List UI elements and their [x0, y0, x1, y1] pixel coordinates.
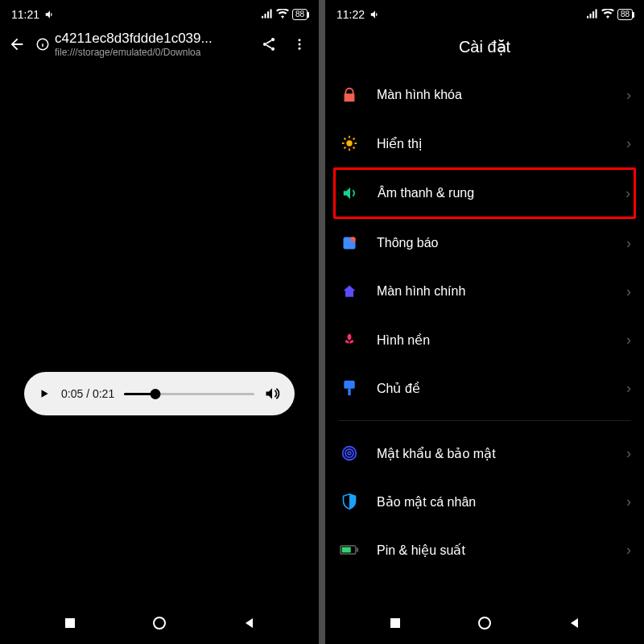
settings-item-label: Âm thanh & rung — [378, 186, 625, 200]
chevron-right-icon: › — [626, 135, 631, 152]
settings-screen: 11:22 88 Cài đặt Màn hình khóa › — [325, 0, 644, 644]
settings-item-home[interactable]: Màn hình chính › — [338, 267, 631, 316]
settings-title: Cài đặt — [325, 24, 644, 71]
svg-line-25 — [353, 147, 355, 149]
page-title: c4211ec8d3fddde1c039... — [55, 31, 250, 47]
home-icon — [338, 280, 361, 303]
seek-slider[interactable] — [124, 393, 254, 395]
svg-point-39 — [479, 617, 490, 629]
svg-point-7 — [271, 38, 275, 41]
back-nav-button[interactable] — [555, 612, 595, 634]
sun-icon — [338, 132, 361, 155]
settings-item-sound[interactable]: Âm thanh & rung › — [333, 167, 636, 219]
share-button[interactable] — [258, 33, 280, 56]
settings-item-themes[interactable]: Chủ đề › — [338, 364, 631, 412]
settings-item-privacy[interactable]: Bảo mật cá nhân › — [338, 477, 631, 526]
svg-rect-36 — [357, 547, 359, 551]
android-nav-bar — [325, 602, 644, 644]
theme-icon — [338, 377, 361, 399]
svg-line-27 — [353, 138, 355, 139]
playback-time: 0:05 / 0:21 — [61, 387, 114, 400]
settings-item-lockscreen[interactable]: Màn hình khóa › — [338, 71, 631, 119]
settings-item-notifications[interactable]: Thông báo › — [338, 219, 631, 267]
svg-point-33 — [345, 449, 353, 457]
back-button[interactable] — [6, 34, 27, 55]
shield-icon — [338, 490, 361, 513]
audio-player: 0:05 / 0:21 — [24, 372, 295, 415]
chevron-right-icon: › — [626, 380, 631, 397]
status-time: 11:21 — [11, 8, 39, 21]
chevron-right-icon: › — [626, 332, 631, 349]
settings-item-label: Pin & hiệu suất — [377, 543, 626, 558]
android-nav-bar — [0, 602, 319, 644]
battery-indicator: 88 — [617, 9, 633, 20]
settings-list: Màn hình khóa › Hiển thị › Âm thanh & ru… — [325, 71, 644, 574]
battery-icon — [338, 539, 361, 561]
svg-rect-17 — [592, 11, 594, 18]
settings-item-label: Mật khẩu & bảo mật — [377, 446, 626, 461]
svg-rect-15 — [587, 16, 588, 19]
chevron-right-icon: › — [626, 493, 631, 510]
settings-item-label: Chủ đề — [377, 381, 626, 396]
svg-rect-1 — [264, 14, 266, 19]
svg-rect-18 — [595, 9, 597, 18]
svg-point-9 — [271, 47, 275, 51]
svg-line-26 — [344, 147, 345, 149]
home-button[interactable] — [464, 612, 505, 634]
settings-item-battery[interactable]: Pin & hiệu suất › — [338, 526, 631, 574]
volume-up-icon — [44, 9, 56, 20]
svg-point-34 — [348, 452, 351, 455]
recents-button[interactable] — [375, 612, 415, 634]
settings-item-label: Hiển thị — [377, 136, 626, 151]
settings-item-security[interactable]: Mật khẩu & bảo mật › — [338, 429, 631, 477]
signal-icon — [262, 8, 273, 21]
play-button[interactable] — [39, 388, 52, 399]
status-time: 11:22 — [336, 8, 365, 21]
svg-rect-30 — [344, 381, 354, 389]
chevron-right-icon: › — [626, 445, 631, 462]
recents-button[interactable] — [50, 612, 90, 634]
battery-indicator: 88 — [292, 9, 308, 20]
wallpaper-icon — [338, 328, 361, 351]
svg-rect-3 — [270, 9, 271, 18]
settings-item-wallpaper[interactable]: Hình nền › — [338, 316, 631, 364]
svg-point-10 — [299, 39, 301, 41]
svg-rect-38 — [390, 618, 400, 628]
svg-point-14 — [154, 617, 165, 629]
svg-rect-2 — [267, 11, 269, 18]
url-bar[interactable]: c4211ec8d3fddde1c039... file:///storage/… — [35, 31, 250, 58]
back-nav-button[interactable] — [229, 612, 270, 634]
svg-rect-29 — [351, 237, 356, 242]
page-url: file:///storage/emulated/0/Downloa — [55, 47, 250, 58]
svg-rect-31 — [348, 389, 350, 395]
wifi-icon — [276, 8, 289, 21]
svg-point-12 — [299, 47, 301, 50]
lock-icon — [338, 84, 361, 106]
fingerprint-icon — [338, 442, 361, 464]
wifi-icon — [601, 8, 614, 21]
chevron-right-icon: › — [626, 542, 631, 559]
settings-item-label: Màn hình chính — [377, 284, 626, 299]
chevron-right-icon: › — [626, 283, 631, 300]
divider — [338, 420, 631, 421]
svg-rect-37 — [342, 547, 351, 553]
sound-icon — [339, 182, 361, 204]
chevron-right-icon: › — [625, 185, 630, 202]
settings-item-label: Hình nền — [377, 332, 626, 348]
status-bar: 11:22 88 — [325, 0, 644, 24]
svg-rect-16 — [589, 14, 591, 19]
chevron-right-icon: › — [626, 87, 631, 104]
svg-point-19 — [346, 140, 352, 146]
status-bar: 11:21 88 — [0, 0, 319, 24]
settings-item-display[interactable]: Hiển thị › — [338, 119, 631, 167]
overflow-menu-button[interactable] — [288, 33, 311, 56]
settings-item-label: Thông báo — [377, 236, 626, 250]
seek-knob[interactable] — [151, 389, 161, 399]
svg-rect-0 — [262, 16, 263, 19]
volume-up-icon — [369, 9, 381, 20]
volume-button[interactable] — [264, 386, 280, 402]
chevron-right-icon: › — [626, 235, 631, 252]
home-button[interactable] — [139, 612, 180, 634]
svg-point-11 — [299, 43, 301, 46]
browser-screen: 11:21 88 c4211ec8d3fddde1c039... — [0, 0, 319, 644]
